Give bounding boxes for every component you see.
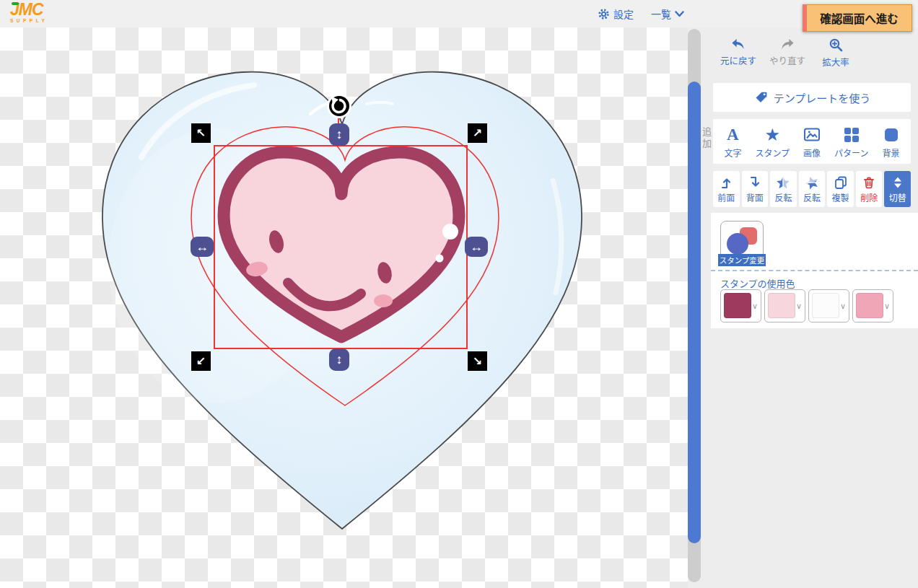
flip-vertical-button[interactable]: 反転: [799, 171, 826, 207]
chevron-down-icon: [675, 11, 684, 17]
tab-text[interactable]: A 文字: [713, 119, 753, 164]
brand-subtitle: SUPPLY: [10, 19, 48, 24]
send-to-back-button[interactable]: 背面: [742, 171, 769, 207]
add-section-label: 追加: [702, 127, 713, 150]
selection-bounding-box[interactable]: [214, 145, 468, 349]
brand-logo: JMC SUPPLY: [10, 1, 48, 24]
toggle-button[interactable]: 切替: [884, 171, 911, 207]
resize-handle-sw[interactable]: ↙: [191, 351, 211, 371]
change-stamp-label: スタンプ変更: [718, 254, 766, 266]
list-dropdown[interactable]: 一覧: [651, 6, 684, 21]
stamp-color-select-3[interactable]: ∨: [808, 289, 849, 322]
se-arrow-icon: ↘: [473, 354, 482, 368]
flip-horizontal-star-icon: [776, 175, 790, 190]
stamp-settings-section: スタンプ変更 スタンプの使用色 ∨ ∨ ∨ ∨: [711, 213, 918, 328]
text-icon: A: [727, 125, 739, 145]
back-label: 背面: [746, 191, 764, 203]
resize-handle-top[interactable]: ↕: [329, 123, 349, 146]
tab-image-label: 画像: [803, 146, 821, 159]
copy-icon: [834, 175, 848, 190]
color-swatch: [768, 293, 795, 318]
undo-arrow-icon: [730, 38, 747, 51]
redo-button[interactable]: やり直す: [764, 38, 810, 72]
stamp-colors-title: スタンプの使用色: [720, 276, 795, 290]
color-swatch: [724, 293, 751, 318]
color-swatch: [856, 293, 883, 318]
tab-stamp[interactable]: ★ スタンプ: [753, 119, 792, 164]
logo-accent: [12, 2, 19, 5]
chevron-down-icon: ∨: [840, 302, 846, 311]
redo-arrow-icon: [779, 38, 796, 51]
chevron-down-icon: ∨: [796, 302, 802, 311]
image-icon: [803, 125, 821, 145]
background-square-icon: [885, 125, 898, 145]
front-label: 前面: [717, 191, 735, 203]
list-label: 一覧: [651, 6, 671, 21]
resize-handle-left[interactable]: ↔: [191, 237, 214, 257]
undo-button[interactable]: 元に戻す: [715, 38, 761, 72]
duplicate-button[interactable]: 複製: [827, 171, 854, 207]
arrow-down-icon: [748, 175, 762, 190]
bring-to-front-button[interactable]: 前面: [713, 171, 740, 207]
flip-vertical-star-icon: [805, 175, 819, 190]
chevron-down-icon: ∨: [752, 302, 758, 311]
tools-panel: 元に戻す やり直す 拡大率 テンプレートを使う 追加 A 文字 ★ スタンプ: [701, 27, 918, 588]
stamp-thumb-circle: [727, 233, 748, 255]
flip-v-label: 反転: [803, 191, 821, 203]
canvas-scrollbar-thumb[interactable]: [688, 82, 701, 543]
resize-handle-nw[interactable]: ↖: [191, 123, 211, 143]
tag-icon: [753, 90, 769, 105]
tab-pattern[interactable]: パターン: [831, 119, 871, 164]
add-tabs: A 文字 ★ スタンプ 画像 パターン 背景: [713, 119, 911, 164]
resize-handle-se[interactable]: ↘: [468, 351, 487, 371]
stamp-color-select-2[interactable]: ∨: [764, 289, 805, 322]
trash-icon: [862, 175, 876, 190]
top-bar: JMC SUPPLY 設定 一覧 確認画面へ進む: [0, 0, 918, 27]
proceed-to-confirm-button[interactable]: 確認画面へ進む: [803, 4, 912, 32]
zoom-rate-button[interactable]: 拡大率: [813, 38, 859, 72]
design-canvas[interactable]: ↖ ↗ ↙ ↘ ↕ ↕ ↔ ↔: [0, 27, 688, 588]
arrow-up-icon: [719, 175, 733, 190]
use-template-button[interactable]: テンプレートを使う: [713, 83, 911, 112]
flip-horizontal-button[interactable]: 反転: [770, 171, 797, 207]
resize-handle-right[interactable]: ↔: [465, 237, 488, 257]
nw-arrow-icon: ↖: [196, 126, 206, 140]
up-down-triangles-icon: [891, 175, 905, 190]
tab-pattern-label: パターン: [834, 146, 868, 159]
ne-arrow-icon: ↗: [473, 126, 482, 140]
magnifier-plus-icon: [829, 38, 844, 53]
object-actions: 前面 背面 反転: [713, 171, 911, 207]
rotate-handle[interactable]: [325, 92, 353, 120]
pattern-grid-icon: [844, 125, 859, 145]
proceed-label: 確認画面へ進む: [820, 10, 899, 26]
settings-button[interactable]: 設定: [598, 6, 634, 21]
resize-handle-bottom[interactable]: ↕: [329, 348, 349, 371]
stamp-color-select-4[interactable]: ∨: [852, 289, 893, 322]
tab-stamp-label: スタンプ: [755, 146, 790, 159]
star-icon: ★: [764, 125, 780, 145]
vertical-arrows-icon: ↕: [336, 352, 343, 367]
vertical-arrows-icon: ↕: [336, 127, 343, 142]
stamp-color-select-1[interactable]: ∨: [720, 289, 761, 322]
toggle-label: 切替: [889, 191, 906, 203]
color-swatch: [812, 293, 839, 318]
tab-background[interactable]: 背景: [871, 119, 911, 164]
gear-icon: [598, 8, 610, 20]
resize-handle-ne[interactable]: ↗: [468, 123, 487, 143]
horizontal-arrows-icon: ↔: [470, 240, 483, 255]
duplicate-label: 複製: [832, 191, 849, 203]
tab-background-label: 背景: [883, 146, 900, 159]
use-template-label: テンプレートを使う: [774, 90, 871, 105]
delete-button[interactable]: 削除: [856, 171, 883, 207]
sw-arrow-icon: ↙: [196, 354, 206, 368]
zoom-rate-label: 拡大率: [822, 55, 849, 69]
horizontal-arrows-icon: ↔: [196, 240, 209, 255]
delete-label: 削除: [860, 191, 878, 203]
flip-h-label: 反転: [774, 191, 792, 203]
tab-text-label: 文字: [724, 146, 741, 159]
settings-label: 設定: [613, 6, 634, 21]
section-divider: [711, 270, 918, 271]
chevron-down-icon: ∨: [884, 302, 890, 311]
tab-image[interactable]: 画像: [792, 119, 832, 164]
undo-label: 元に戻す: [720, 53, 756, 67]
